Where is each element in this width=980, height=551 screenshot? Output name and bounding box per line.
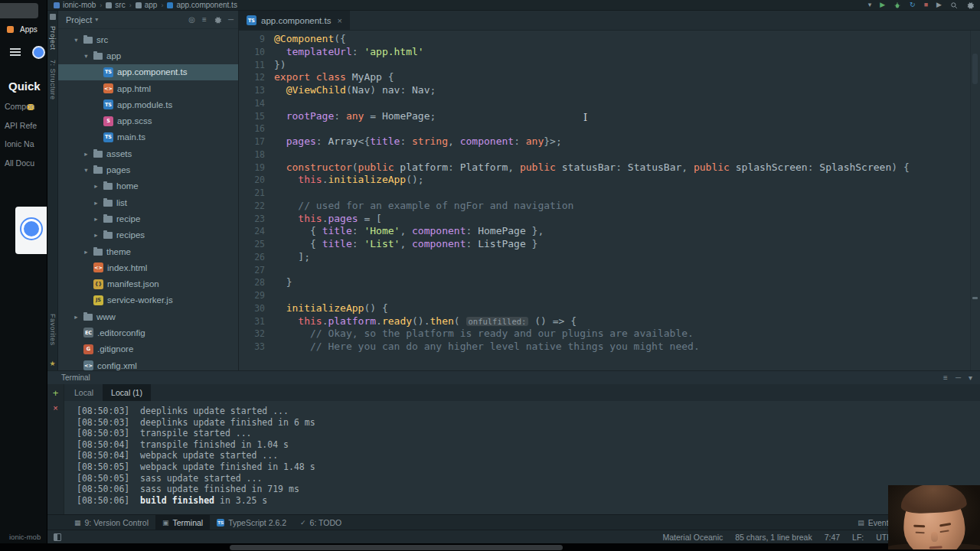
profile-icon[interactable]: ▶ — [936, 2, 942, 8]
code-line: 33 // Here you can do any higher level n… — [239, 341, 980, 354]
debug-icon[interactable] — [893, 2, 901, 9]
tree-folder-src[interactable]: ▾src — [58, 31, 238, 47]
breadcrumb-item-app[interactable]: app — [136, 1, 158, 9]
docs-nav-item[interactable]: Compon — [5, 102, 37, 111]
code-token: : — [514, 135, 526, 147]
locate-icon[interactable]: ◎ — [188, 15, 195, 24]
restart-icon[interactable]: ↻ — [910, 2, 916, 8]
chevron-icon[interactable]: ▸ — [93, 215, 100, 223]
minimize-icon[interactable]: ─ — [956, 373, 961, 382]
search-icon[interactable] — [950, 2, 958, 9]
scrollbar-thumb[interactable] — [972, 54, 978, 84]
favorites-star-icon[interactable]: ★ — [49, 360, 55, 367]
chevron-icon[interactable]: ▸ — [93, 199, 100, 207]
tree-file-app.module.ts[interactable]: TSapp.module.ts — [58, 96, 238, 112]
terminal-tab-Local[interactable]: Local — [66, 384, 102, 401]
breadcrumb-separator: › — [100, 2, 102, 9]
chevron-icon[interactable]: ▸ — [83, 150, 90, 158]
editor-scrollbar[interactable] — [970, 31, 980, 370]
apps-label[interactable]: Apps — [20, 25, 38, 34]
close-session-icon[interactable]: × — [53, 404, 57, 412]
docs-card[interactable] — [15, 207, 47, 254]
code-token: ( — [352, 161, 358, 173]
stripe-label-Favorites[interactable]: Favorites — [49, 314, 57, 346]
tree-file-app.component.ts[interactable]: TSapp.component.ts — [58, 64, 238, 80]
settings-icon[interactable] — [966, 2, 974, 9]
code-editor[interactable]: I 9@Component({10 templateUrl: 'app.html… — [239, 31, 980, 370]
config-file-icon: EC — [83, 328, 93, 337]
tree-folder-www[interactable]: ▸www — [58, 308, 238, 324]
breadcrumb-item-src[interactable]: src — [106, 1, 125, 9]
terminal-tab-Local (1)[interactable]: Local (1) — [103, 384, 151, 401]
statusbar-item-7-47[interactable]: 7:47 — [825, 533, 840, 542]
toolwindow-toggle-icon[interactable] — [54, 533, 61, 541]
hide-panel-icon[interactable]: ─ — [228, 15, 234, 24]
stripe-label-Project[interactable]: Project — [49, 26, 57, 51]
chevron-icon[interactable]: ▸ — [93, 231, 100, 239]
tree-folder-recipes[interactable]: ▸recipes — [58, 227, 238, 243]
hamburger-menu-icon[interactable] — [10, 48, 21, 56]
tree-file-.editorconfig[interactable]: EC.editorconfig — [58, 324, 238, 341]
chevron-icon[interactable]: ▸ — [83, 248, 90, 256]
new-session-icon[interactable]: + — [53, 389, 59, 398]
chevron-icon[interactable]: ▾ — [83, 52, 90, 60]
hide-terminal-icon[interactable]: ▾ — [969, 373, 972, 382]
tree-folder-pages[interactable]: ▾pages — [58, 161, 238, 178]
code-token: ]; — [274, 251, 310, 262]
tree-file-main.ts[interactable]: TSmain.ts — [58, 129, 238, 145]
chevron-icon[interactable]: ▸ — [73, 313, 80, 321]
toolwindow-button-6-todo[interactable]: ✓6: TODO — [293, 515, 348, 530]
docs-nav-item[interactable]: All Docu — [5, 158, 37, 168]
breadcrumb-item-app.component.ts[interactable]: app.component.ts — [167, 1, 237, 9]
tree-file-app.scss[interactable]: Sapp.scss — [58, 112, 238, 129]
tree-file-app.html[interactable]: <>app.html — [58, 80, 238, 96]
tree-folder-home[interactable]: ▸home — [58, 178, 238, 194]
tree-file-manifest.json[interactable]: {}manifest.json — [58, 276, 238, 292]
tree-folder-app[interactable]: ▾app — [58, 47, 238, 64]
toolwindow-button-terminal[interactable]: ▣Terminal — [155, 515, 210, 530]
docs-nav-item[interactable]: API Refe — [5, 121, 37, 130]
close-tab-icon[interactable]: × — [337, 16, 341, 25]
chevron-icon[interactable]: ▾ — [83, 166, 90, 174]
stripe-label-7: Structure[interactable]: 7: Structure — [49, 60, 57, 100]
terminal-output[interactable]: [08:50:03] deeplinks update started ...[… — [64, 401, 980, 514]
code-token: HomePage — [478, 225, 526, 236]
statusbar-item-material-oceanic[interactable]: Material Oceanic — [662, 533, 723, 542]
statusbar-item-lf-[interactable]: LF: — [852, 533, 864, 542]
toolwindow-button-label: 9: Version Control — [85, 518, 149, 527]
tree-folder-assets[interactable]: ▸assets — [58, 145, 238, 161]
tree-file-service-worker.js[interactable]: JSservice-worker.js — [58, 292, 238, 308]
tree-folder-theme[interactable]: ▸theme — [58, 243, 238, 259]
chevron-icon[interactable]: ▸ — [93, 182, 100, 190]
tree-file-config.xml[interactable]: <>config.xml — [58, 357, 238, 370]
chevron-down-icon[interactable]: ▾ — [868, 2, 872, 8]
terminal-header[interactable]: Terminal ≡ ─ ▾ — [47, 371, 980, 384]
line-number: 20 — [239, 174, 265, 187]
tree-folder-recipe[interactable]: ▸recipe — [58, 210, 238, 227]
terminal-line: [08:50:03] transpile started ... — [77, 428, 980, 439]
background-browser-window: Apps Quick ComponAPI RefeIonic NaAll Doc… — [0, 0, 47, 543]
chevron-icon[interactable]: ▾ — [73, 36, 80, 44]
toolwindow-button-9-version-control[interactable]: ▦9: Version Control — [67, 515, 155, 530]
toolwindow-button-typescript-2-6-2[interactable]: TSTypeScript 2.6.2 — [210, 515, 293, 530]
tree-folder-list[interactable]: ▸list — [58, 194, 238, 210]
code-token — [274, 200, 298, 211]
settings-icon[interactable] — [214, 16, 221, 24]
project-panel-header[interactable]: Project ▾ ◎ ≡ ─ — [58, 11, 238, 29]
terminal-timestamp: [08:50:04] — [77, 450, 129, 461]
code-token: : — [400, 135, 412, 147]
tree-item-label: recipes — [116, 230, 145, 240]
editor-tab-app-component[interactable]: TS app.component.ts × — [239, 11, 350, 30]
run-icon[interactable]: ▶ — [880, 2, 885, 8]
chevron-down-icon[interactable]: ▾ — [95, 16, 98, 23]
more-options-icon[interactable]: ≡ — [943, 373, 948, 382]
statusbar-item-85-chars-1-line-break[interactable]: 85 chars, 1 line break — [735, 533, 812, 542]
tree-file-.gitignore[interactable]: G.gitignore — [58, 341, 238, 357]
collapse-all-icon[interactable]: ≡ — [202, 15, 207, 24]
docs-nav-item[interactable]: Ionic Na — [5, 139, 37, 148]
folder-icon — [103, 200, 113, 207]
breadcrumb-item-ionic-mob[interactable]: ionic-mob — [54, 1, 96, 9]
line-number: 26 — [239, 251, 265, 264]
tree-file-index.html[interactable]: <>index.html — [58, 259, 238, 276]
stop-icon[interactable]: ■ — [924, 2, 928, 8]
